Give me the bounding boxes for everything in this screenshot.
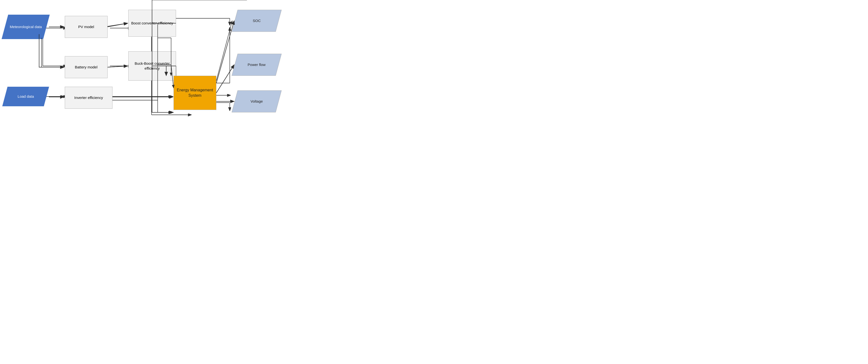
soc-node: SOC [232, 10, 282, 32]
meteorological-data-node: Meteorological data [2, 15, 50, 39]
boost-converter-node: Boost converter efficiency [128, 10, 176, 37]
inverter-efficiency-node: Inverter efficiency [65, 87, 113, 109]
load-data-node: Load data [2, 87, 49, 106]
diagram: Meteorological data Load data PV model B… [0, 0, 293, 122]
ems-node: Energy Management System [174, 76, 216, 110]
pv-model-node: PV model [65, 16, 107, 38]
voltage-node: Voltage [232, 90, 282, 112]
battery-model-node: Battery model [65, 56, 107, 78]
power-flow-node: Power flow [232, 54, 282, 76]
buck-boost-converter-node: Buck-Boost converter efficiency [128, 51, 176, 80]
